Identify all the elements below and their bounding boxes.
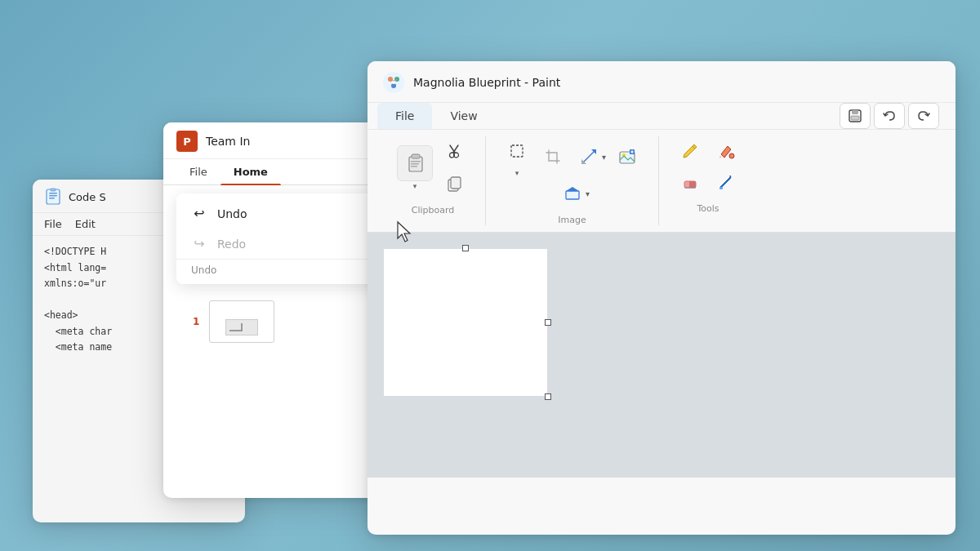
transparent-select-button[interactable] [558, 179, 587, 208]
fill-button[interactable] [711, 136, 741, 166]
redo-icon: ↪ [191, 236, 207, 251]
paint-window: Magnolia Blueprint - Paint File View [368, 61, 956, 535]
svg-rect-14 [412, 154, 420, 158]
slide-thumbnail[interactable] [209, 300, 274, 343]
svg-rect-11 [852, 110, 858, 114]
paint-actions [840, 103, 946, 129]
svg-rect-3 [49, 198, 55, 199]
paint-tab-file[interactable]: File [377, 103, 432, 129]
canvas-top-handle[interactable] [462, 245, 469, 251]
paint-tab-view[interactable]: View [432, 103, 495, 129]
paint-canvas[interactable] [384, 249, 547, 396]
tools-second-row [675, 167, 741, 197]
svg-rect-12 [851, 116, 859, 120]
paint-redo-button[interactable] [908, 103, 939, 129]
svg-rect-17 [411, 166, 417, 167]
svg-rect-31 [689, 181, 696, 188]
canvas-right-handle[interactable] [545, 319, 551, 326]
ppt-app-icon: P [176, 131, 198, 152]
svg-point-9 [392, 81, 395, 84]
svg-rect-4 [51, 189, 56, 191]
paint-app-icon [382, 71, 405, 94]
ppt-title: Team In [206, 135, 250, 148]
clipboard-label: Clipboard [412, 202, 455, 216]
svg-rect-32 [719, 187, 723, 189]
svg-rect-0 [47, 189, 60, 204]
eraser-button[interactable] [675, 167, 705, 197]
svg-rect-28 [566, 191, 579, 199]
tools-label: Tools [697, 200, 719, 214]
svg-rect-22 [511, 145, 523, 157]
resize-rotate-button[interactable] [574, 142, 604, 171]
paint-ribbon: File View [368, 103, 956, 233]
notepad-menu-file[interactable]: File [44, 218, 62, 230]
notepad-menu-edit[interactable]: Edit [75, 218, 96, 230]
notepad-app-icon [44, 188, 62, 206]
image-label: Image [558, 211, 586, 225]
image-insert-button[interactable] [612, 142, 642, 171]
tools-icons-row [675, 136, 741, 166]
clipboard-icons-row: ▾ [397, 136, 469, 198]
ppt-tab-file[interactable]: File [176, 159, 220, 184]
notepad-title: Code S [69, 191, 106, 203]
paint-canvas-area[interactable] [368, 233, 956, 478]
ppt-redo-label: Redo [217, 238, 246, 251]
ppt-tab-home[interactable]: Home [220, 159, 281, 184]
paint-undo-button[interactable] [874, 103, 905, 129]
copy-button[interactable] [439, 169, 469, 198]
slide-number: 1 [193, 316, 199, 327]
svg-rect-1 [49, 193, 57, 194]
canvas-resize-handle[interactable] [545, 393, 551, 400]
image-icons-row: ▾ [502, 136, 642, 177]
paint-save-button[interactable] [840, 103, 871, 129]
paint-tabs-row: File View [368, 103, 956, 130]
pencil-button[interactable] [675, 136, 705, 166]
paint-toolbar: ▾ [368, 130, 956, 232]
toolbar-section-image: ▾ [486, 136, 659, 225]
toolbar-section-clipboard: ▾ [381, 136, 486, 225]
svg-point-29 [729, 153, 734, 158]
crop-button[interactable] [538, 142, 568, 171]
svg-rect-21 [451, 177, 461, 189]
paint-title: Magnolia Blueprint - Paint [413, 76, 941, 89]
paste-button[interactable]: ▾ [397, 145, 433, 190]
ppt-undo-label: Undo [217, 207, 247, 220]
svg-rect-16 [411, 163, 419, 165]
svg-rect-15 [411, 161, 421, 162]
cut-button[interactable] [439, 136, 469, 166]
undo-icon: ↩ [191, 206, 207, 221]
svg-rect-2 [49, 195, 57, 197]
image-second-row: ▾ [555, 179, 590, 208]
paint-titlebar: Magnolia Blueprint - Paint [368, 61, 956, 103]
select-button[interactable] [502, 136, 532, 166]
toolbar-section-tools: Tools [659, 136, 757, 225]
eyedropper-button[interactable] [711, 167, 741, 197]
